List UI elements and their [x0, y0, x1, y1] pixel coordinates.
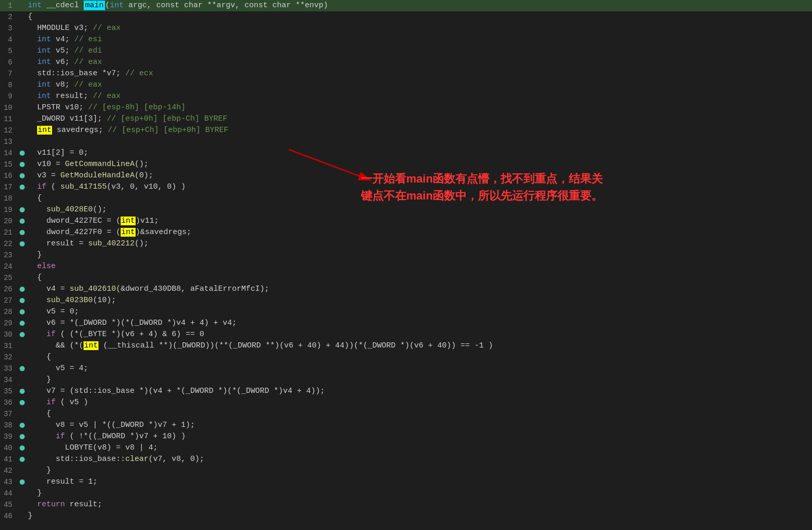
- code-token: [28, 80, 37, 89]
- code-token: (v3, 0, v10, 0) ): [107, 183, 186, 191]
- line-number: 17: [0, 181, 19, 193]
- code-line: 11 _DWORD v11[3]; // [esp+0h] [ebp-Ch] B…: [0, 113, 812, 125]
- line-number: 8: [0, 79, 19, 91]
- code-token: savedregs;: [52, 126, 108, 135]
- code-line: 25 {: [0, 272, 812, 284]
- code-text: v8 = v5 | *((_DWORD *)v7 + 1);: [26, 420, 812, 431]
- code-line: 7 std::ios_base *v7; // ecx: [0, 68, 812, 79]
- code-token: ( v5 ): [56, 398, 88, 407]
- code-token: LPSTR v10;: [28, 103, 88, 112]
- code-token: && (*(: [28, 341, 84, 350]
- code-token: v5 = 0;: [28, 307, 79, 316]
- code-text: if ( !*((_DWORD *)v7 + 10) ): [26, 431, 812, 442]
- code-text: return result;: [26, 499, 812, 510]
- function-name: GetCommandLineA: [65, 160, 135, 169]
- code-text: v7 = (std::ios_base *)(v4 + *(_DWORD *)(…: [26, 386, 812, 397]
- code-line: 23 }: [0, 250, 812, 261]
- line-number: 22: [0, 238, 19, 250]
- highlighted-keyword: int: [37, 126, 52, 135]
- line-number: 26: [0, 284, 19, 295]
- line-number: 7: [0, 68, 19, 79]
- breakpoint-dot: [19, 219, 26, 224]
- code-text: _DWORD v11[3]; // [esp+0h] [ebp-Ch] BYRE…: [26, 113, 812, 125]
- code-text: v5 = 4;: [26, 363, 812, 374]
- code-text: dword_4227F0 = (int)&savedregs;: [26, 227, 812, 238]
- breakpoint-dot: [19, 457, 26, 462]
- line-number: 1: [0, 0, 19, 11]
- code-line: 2{: [0, 11, 812, 23]
- code-token: (&dword_430DB8, aFatalErrorMfcI);: [116, 285, 269, 293]
- code-text: sub_4023B0(10);: [26, 295, 812, 306]
- function-name: sub_402212: [88, 239, 135, 248]
- line-number: 30: [0, 329, 19, 340]
- breakpoint-dot: [19, 389, 26, 394]
- code-text: v6 = *(_DWORD *)(*(_DWORD *)v4 + 4) + v4…: [26, 318, 812, 329]
- code-token: {: [28, 194, 42, 203]
- code-text: else: [26, 261, 812, 272]
- code-token: {: [28, 12, 32, 21]
- code-text: int v4; // esi: [26, 34, 812, 45]
- breakpoint-dot: [19, 479, 26, 485]
- code-container: 1int __cdecl main(int argc, const char *…: [0, 0, 812, 522]
- code-line: 40 LOBYTE(v8) = v8 | 4;: [0, 442, 812, 454]
- code-token: (v7, v8, 0);: [148, 455, 204, 463]
- code-token: __cdecl: [42, 1, 84, 10]
- code-text: {: [26, 11, 812, 23]
- line-number: 10: [0, 102, 19, 113]
- code-token: [28, 296, 46, 305]
- highlighted-keyword: int: [84, 341, 98, 350]
- comment: // [esp-8h] [ebp-14h]: [88, 103, 186, 112]
- code-token: std::ios_base *v7;: [28, 69, 125, 78]
- line-number: 21: [0, 227, 19, 238]
- line-number: 37: [0, 408, 19, 420]
- keyword-flow: if: [28, 183, 46, 191]
- code-text: result = sub_402212();: [26, 238, 812, 250]
- comment: // ecx: [125, 69, 153, 78]
- code-token: )v11;: [136, 217, 159, 225]
- breakpoint-dot: [19, 434, 26, 439]
- code-token: (: [46, 183, 60, 191]
- code-line: 6 int v6; // eax: [0, 57, 812, 68]
- function-name: clear: [125, 455, 148, 463]
- code-token: v6;: [51, 58, 74, 67]
- code-text: {: [26, 352, 812, 363]
- code-text: sub_4028E0();: [26, 204, 812, 216]
- comment: // esi: [74, 35, 102, 44]
- code-text: v4 = sub_402610(&dword_430DB8, aFatalErr…: [26, 284, 812, 295]
- breakpoint-dot: [19, 287, 26, 292]
- code-token: }: [28, 489, 42, 498]
- code-line: 4 int v4; // esi: [0, 34, 812, 45]
- code-token: }: [28, 466, 51, 475]
- code-line: 28 v5 = 0;: [0, 306, 812, 318]
- code-text: std::ios_base::clear(v7, v8, 0);: [26, 454, 812, 465]
- code-token: [28, 58, 37, 67]
- highlighted-main: main: [84, 1, 105, 10]
- keyword-flow: return: [28, 500, 65, 509]
- code-token: const char **argv,: [156, 1, 244, 10]
- breakpoint-dot: [19, 162, 26, 167]
- highlighted-keyword: int: [121, 228, 136, 237]
- function-name: GetModuleHandleA: [60, 171, 135, 180]
- code-token: const char **envp): [244, 1, 328, 10]
- code-token: [28, 92, 37, 101]
- code-text: v3 = GetModuleHandleA(0);: [26, 170, 812, 181]
- line-number: 16: [0, 170, 19, 181]
- comment: // eax: [93, 24, 121, 32]
- breakpoint-dot: [19, 309, 26, 314]
- code-token: v5;: [51, 46, 74, 55]
- code-line: 21 dword_4227F0 = (int)&savedregs;: [0, 227, 812, 238]
- code-text: v11[2] = 0;: [26, 147, 812, 159]
- function-name: sub_402610: [70, 285, 116, 293]
- line-number: 2: [0, 11, 19, 23]
- code-line: 19 sub_4028E0();: [0, 204, 812, 216]
- code-line: 31 && (*(int (__thiscall **)(_DWORD))(**…: [0, 340, 812, 352]
- breakpoint-dot: [19, 400, 26, 405]
- code-text: {: [26, 193, 812, 204]
- code-token: v11[2] = 0;: [28, 148, 88, 157]
- code-line: 9 int result; // eax: [0, 91, 812, 102]
- keyword-flow: if: [28, 330, 56, 339]
- code-text: LOBYTE(v8) = v8 | 4;: [26, 442, 812, 454]
- code-line: 20 dword_4227EC = (int)v11;: [0, 216, 812, 227]
- code-line: 43 result = 1;: [0, 476, 812, 488]
- line-number: 3: [0, 23, 19, 34]
